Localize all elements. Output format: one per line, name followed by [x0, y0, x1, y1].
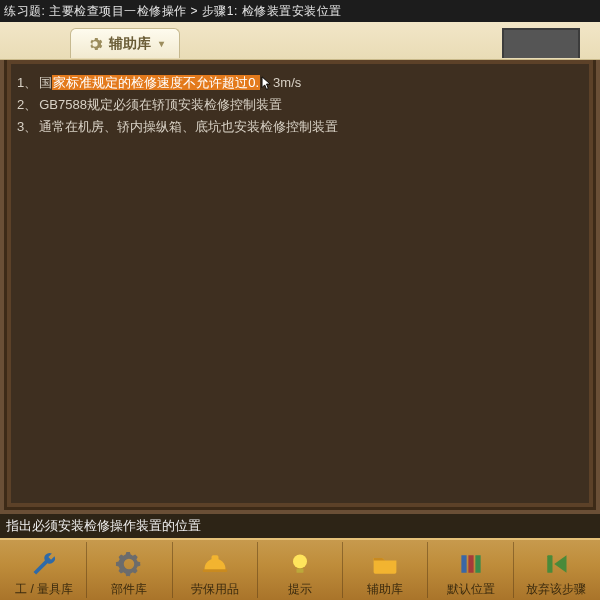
tool-tools-label: 工 / 量具库	[15, 581, 73, 598]
tool-tools-button[interactable]: 工 / 量具库	[2, 542, 86, 598]
hint-1-highlight[interactable]: 家标准规定的检修速度不允许超过0.	[52, 75, 260, 90]
hint-2-num: 2、	[17, 97, 37, 112]
hint-1-post: 3m/s	[273, 75, 301, 90]
bulb-icon	[285, 549, 315, 579]
instruction-bar: 指出必须安装检修操作装置的位置	[0, 514, 600, 538]
tool-hint-button[interactable]: 提示	[257, 542, 342, 598]
content-area: 1、国家标准规定的检修速度不允许超过0.3m/s 2、GB7588规定必须在轿顶…	[0, 60, 600, 514]
tool-hint-label: 提示	[288, 581, 312, 598]
hint-2-text: GB7588规定必须在轿顶安装检修控制装置	[39, 97, 282, 112]
hint-line-2: 2、GB7588规定必须在轿顶安装检修控制装置	[17, 94, 583, 116]
hint-panel: 1、国家标准规定的检修速度不允许超过0.3m/s 2、GB7588规定必须在轿顶…	[11, 64, 589, 503]
tool-aux-button[interactable]: 辅助库	[342, 542, 427, 598]
svg-rect-0	[211, 555, 218, 562]
hint-3-text: 通常在机房、轿内操纵箱、底坑也安装检修控制装置	[39, 119, 338, 134]
svg-rect-3	[296, 568, 303, 572]
svg-rect-4	[461, 555, 466, 573]
svg-rect-7	[547, 555, 552, 573]
wrench-icon	[29, 549, 59, 579]
gear-large-icon	[114, 549, 144, 579]
device-graphic	[502, 28, 580, 58]
title-text: 练习题: 主要检查项目一检修操作 > 步骤1: 检修装置安装位置	[4, 3, 342, 20]
instruction-text: 指出必须安装检修操作装置的位置	[6, 517, 201, 535]
hint-line-3: 3、通常在机房、轿内操纵箱、底坑也安装检修控制装置	[17, 116, 583, 138]
tool-abandon-button[interactable]: 放弃该步骤	[513, 542, 598, 598]
books-icon	[456, 549, 486, 579]
content-frame: 1、国家标准规定的检修速度不允许超过0.3m/s 2、GB7588规定必须在轿顶…	[4, 60, 596, 510]
hint-1-pre: 国	[39, 75, 52, 90]
hint-1-num: 1、	[17, 75, 37, 90]
tool-default-button[interactable]: 默认位置	[427, 542, 512, 598]
aux-library-tab[interactable]: 辅助库 ▾	[70, 28, 180, 58]
header-strip: 辅助库 ▾	[0, 22, 600, 60]
tool-default-label: 默认位置	[447, 581, 495, 598]
skip-icon	[541, 549, 571, 579]
tool-ppe-label: 劳保用品	[191, 581, 239, 598]
svg-rect-1	[202, 569, 227, 572]
hint-3-num: 3、	[17, 119, 37, 134]
hint-line-1: 1、国家标准规定的检修速度不允许超过0.3m/s	[17, 72, 583, 94]
svg-rect-5	[468, 555, 473, 573]
hardhat-icon	[200, 549, 230, 579]
svg-point-2	[293, 554, 307, 568]
chevron-down-icon: ▾	[159, 38, 164, 49]
bottom-toolbar: 工 / 量具库 部件库 劳保用品 提示 辅助库	[0, 538, 600, 600]
folder-icon	[370, 549, 400, 579]
cursor-icon	[261, 76, 272, 92]
tool-aux-label: 辅助库	[367, 581, 403, 598]
tool-ppe-button[interactable]: 劳保用品	[172, 542, 257, 598]
tool-parts-button[interactable]: 部件库	[86, 542, 171, 598]
gear-icon	[87, 36, 103, 52]
aux-tab-label: 辅助库	[109, 35, 151, 53]
title-bar: 练习题: 主要检查项目一检修操作 > 步骤1: 检修装置安装位置	[0, 0, 600, 22]
tool-parts-label: 部件库	[111, 581, 147, 598]
svg-rect-6	[475, 555, 480, 573]
tool-abandon-label: 放弃该步骤	[526, 581, 586, 598]
app-window: 练习题: 主要检查项目一检修操作 > 步骤1: 检修装置安装位置 辅助库 ▾ 1…	[0, 0, 600, 600]
